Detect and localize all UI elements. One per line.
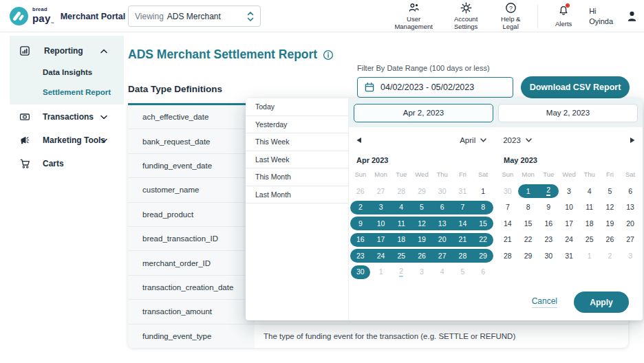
day-cell[interactable]: 2 [538, 183, 559, 199]
day-cell[interactable]: 1 [473, 183, 493, 199]
sidebar-item-data-insights[interactable]: Data Insights [43, 65, 92, 80]
user-management-button[interactable]: User Management [391, 2, 436, 31]
day-cell[interactable]: 26 [600, 232, 621, 248]
month-select[interactable]: April [460, 136, 486, 144]
day-cell[interactable]: 12 [411, 215, 432, 232]
day-cell[interactable]: 19 [411, 232, 432, 248]
day-cell[interactable]: 17 [559, 215, 579, 232]
day-cell[interactable]: 30 [497, 183, 518, 199]
sidebar-item-marketing-tools[interactable]: Marketing Tools [0, 131, 125, 149]
day-cell[interactable]: 4 [432, 264, 453, 280]
day-cell[interactable]: 14 [453, 215, 473, 232]
day-cell[interactable]: 4 [579, 183, 600, 199]
day-cell[interactable]: 11 [579, 199, 600, 216]
download-csv-button[interactable]: Download CSV Report [521, 76, 630, 98]
day-cell[interactable]: 17 [371, 232, 391, 248]
info-icon[interactable] [323, 50, 334, 60]
day-cell[interactable]: 26 [411, 248, 432, 264]
day-cell[interactable]: 4 [391, 199, 411, 216]
day-cell[interactable]: 20 [432, 232, 453, 248]
year-select[interactable]: 2023 [503, 136, 532, 144]
preset-option[interactable]: Today [246, 98, 348, 116]
day-cell[interactable]: 27 [432, 248, 453, 264]
day-cell[interactable]: 18 [579, 215, 600, 232]
start-date-input[interactable]: Apr 2, 2023 [354, 104, 493, 122]
account-settings-button[interactable]: Account Settings [448, 2, 484, 31]
sidebar-item-transactions[interactable]: Transactions [0, 108, 125, 126]
day-cell[interactable]: 23 [538, 232, 559, 248]
preset-option[interactable]: Last Week [246, 151, 348, 169]
day-cell[interactable]: 7 [453, 199, 473, 216]
end-date-input[interactable]: May 2, 2023 [498, 104, 638, 122]
date-range-input[interactable]: 04/02/2023 - 05/02/2023 [357, 77, 513, 98]
day-cell[interactable]: 24 [559, 232, 579, 248]
day-cell[interactable]: 7 [497, 199, 518, 216]
day-cell[interactable]: 2 [391, 264, 411, 280]
day-cell[interactable]: 25 [579, 232, 600, 248]
day-cell[interactable]: 16 [350, 232, 371, 248]
preset-option[interactable]: Last Month [246, 186, 348, 204]
apply-button[interactable]: Apply [574, 292, 629, 313]
day-cell[interactable]: 13 [432, 215, 453, 232]
day-cell[interactable]: 1 [579, 248, 600, 264]
day-cell[interactable]: 19 [600, 215, 621, 232]
day-cell[interactable]: 29 [411, 183, 432, 199]
day-cell[interactable]: 24 [371, 248, 391, 264]
day-cell[interactable]: 1 [371, 264, 391, 280]
sidebar-item-settlement-report[interactable]: Settlement Report [43, 85, 111, 100]
day-cell[interactable]: 13 [620, 199, 641, 216]
day-cell[interactable]: 18 [391, 232, 411, 248]
day-cell[interactable]: 5 [453, 264, 473, 280]
day-cell[interactable]: 9 [350, 215, 371, 232]
day-cell[interactable]: 3 [371, 199, 391, 216]
preset-option[interactable]: Yesterday [246, 116, 348, 134]
day-cell[interactable]: 3 [620, 248, 641, 264]
avatar-icon[interactable] [625, 10, 638, 23]
day-cell[interactable]: 15 [518, 215, 539, 232]
day-cell[interactable]: 11 [391, 215, 411, 232]
day-cell[interactable]: 29 [473, 248, 493, 264]
next-month-arrow[interactable] [630, 138, 635, 144]
day-cell[interactable]: 25 [391, 248, 411, 264]
day-cell[interactable]: 28 [497, 248, 518, 264]
help-legal-button[interactable]: ? Help & Legal [496, 2, 525, 31]
sidebar-item-reporting[interactable]: Reporting [0, 42, 125, 60]
day-cell[interactable]: 3 [559, 183, 579, 199]
day-cell[interactable]: 6 [473, 264, 493, 280]
day-cell[interactable]: 1 [518, 183, 539, 199]
day-cell[interactable]: 21 [453, 232, 473, 248]
day-cell[interactable]: 6 [432, 199, 453, 216]
day-cell[interactable]: 6 [620, 183, 641, 199]
day-cell[interactable]: 27 [620, 232, 641, 248]
day-cell[interactable]: 22 [518, 232, 539, 248]
preset-option[interactable]: This Week [246, 133, 348, 151]
day-cell[interactable]: 15 [473, 215, 493, 232]
day-cell[interactable]: 21 [497, 232, 518, 248]
day-cell[interactable]: 16 [538, 215, 559, 232]
day-cell[interactable]: 22 [473, 232, 493, 248]
day-cell[interactable]: 28 [391, 183, 411, 199]
day-cell[interactable]: 10 [371, 215, 391, 232]
day-cell[interactable]: 31 [559, 248, 579, 264]
preset-option[interactable]: This Month [246, 168, 348, 186]
day-cell[interactable]: 30 [350, 264, 371, 280]
day-cell[interactable]: 31 [453, 183, 473, 199]
day-cell[interactable]: 23 [350, 248, 371, 264]
day-cell[interactable]: 5 [600, 183, 621, 199]
day-cell[interactable]: 9 [538, 199, 559, 216]
day-cell[interactable]: 29 [518, 248, 539, 264]
alerts-button[interactable]: Alerts [550, 5, 577, 28]
day-cell[interactable]: 3 [411, 264, 432, 280]
day-cell[interactable]: 30 [432, 183, 453, 199]
day-cell[interactable]: 27 [371, 183, 391, 199]
sidebar-item-carts[interactable]: Carts [0, 155, 125, 173]
day-cell[interactable]: 2 [350, 199, 371, 216]
day-cell[interactable]: 30 [538, 248, 559, 264]
day-cell[interactable]: 28 [453, 248, 473, 264]
day-cell[interactable]: 8 [473, 199, 493, 216]
day-cell[interactable]: 8 [518, 199, 539, 216]
day-cell[interactable]: 2 [600, 248, 621, 264]
previous-month-arrow[interactable] [356, 138, 362, 144]
day-cell[interactable]: 20 [620, 215, 641, 232]
day-cell[interactable]: 14 [497, 215, 518, 232]
